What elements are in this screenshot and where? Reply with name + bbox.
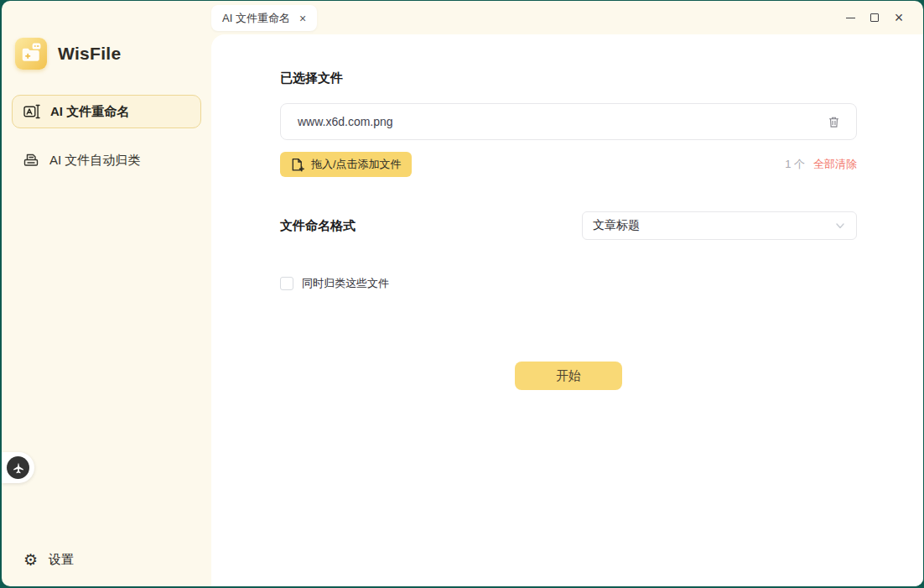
naming-format-row: 文件命名格式 文章标题 xyxy=(280,211,857,240)
sidebar: WisFile AI 文件重命名 AI 文件自动归类 xyxy=(2,1,211,586)
classify-checkbox-label: 同时归类这些文件 xyxy=(302,276,389,291)
add-files-button[interactable]: 拖入/点击添加文件 xyxy=(280,152,412,177)
minimize-button[interactable] xyxy=(844,12,856,23)
app-logo-icon xyxy=(15,38,47,70)
file-row: www.x6d.com.png xyxy=(280,103,857,140)
app-logo-row: WisFile xyxy=(2,1,211,70)
maximize-icon xyxy=(870,13,879,22)
file-name: www.x6d.com.png xyxy=(298,115,827,128)
start-button[interactable]: 开始 xyxy=(515,362,622,390)
settings-label: 设置 xyxy=(49,552,74,568)
tab-title: AI 文件重命名 xyxy=(222,11,290,26)
classify-checkbox-row: 同时归类这些文件 xyxy=(280,276,389,291)
sidebar-item-label: AI 文件重命名 xyxy=(50,104,129,120)
close-icon: × xyxy=(895,10,904,25)
classify-checkbox[interactable] xyxy=(280,277,293,290)
app-window: WisFile AI 文件重命名 AI 文件自动归类 xyxy=(2,1,923,586)
window-controls: × xyxy=(844,12,905,23)
minimize-icon xyxy=(846,18,855,18)
naming-format-value: 文章标题 xyxy=(593,218,834,233)
sidebar-menu: AI 文件重命名 AI 文件自动归类 xyxy=(2,70,211,177)
tab-ai-rename[interactable]: AI 文件重命名 × xyxy=(211,5,317,31)
naming-format-select[interactable]: 文章标题 xyxy=(582,211,857,240)
main-panel: 已选择文件 www.x6d.com.png 拖入/点击添加文件 xyxy=(211,34,923,586)
naming-format-label: 文件命名格式 xyxy=(280,211,356,240)
add-files-label: 拖入/点击添加文件 xyxy=(311,157,402,172)
airplane-icon xyxy=(7,456,29,479)
gear-icon: ⚙ xyxy=(23,552,38,568)
file-plus-icon xyxy=(290,158,304,172)
sidebar-item-ai-classify[interactable]: AI 文件自动归类 xyxy=(12,143,201,177)
add-files-row: 拖入/点击添加文件 1 个 全部清除 xyxy=(280,152,857,177)
app-title: WisFile xyxy=(58,44,121,64)
delete-file-button[interactable] xyxy=(827,115,841,129)
file-count: 1 个 xyxy=(785,157,805,172)
auto-classify-icon xyxy=(23,152,39,169)
chevron-down-icon xyxy=(834,220,846,232)
clear-all-button[interactable]: 全部清除 xyxy=(813,157,857,172)
airplane-button[interactable] xyxy=(2,452,34,483)
settings-button[interactable]: ⚙ 设置 xyxy=(23,552,74,568)
selected-files-heading: 已选择文件 xyxy=(280,70,343,86)
sidebar-item-label: AI 文件自动归类 xyxy=(49,153,140,169)
rename-icon xyxy=(23,103,40,120)
file-count-area: 1 个 全部清除 xyxy=(785,157,857,172)
tab-close-icon[interactable]: × xyxy=(299,13,306,24)
trash-icon xyxy=(827,115,841,129)
maximize-button[interactable] xyxy=(869,12,880,23)
close-button[interactable]: × xyxy=(893,12,905,23)
sidebar-item-ai-rename[interactable]: AI 文件重命名 xyxy=(12,95,201,128)
